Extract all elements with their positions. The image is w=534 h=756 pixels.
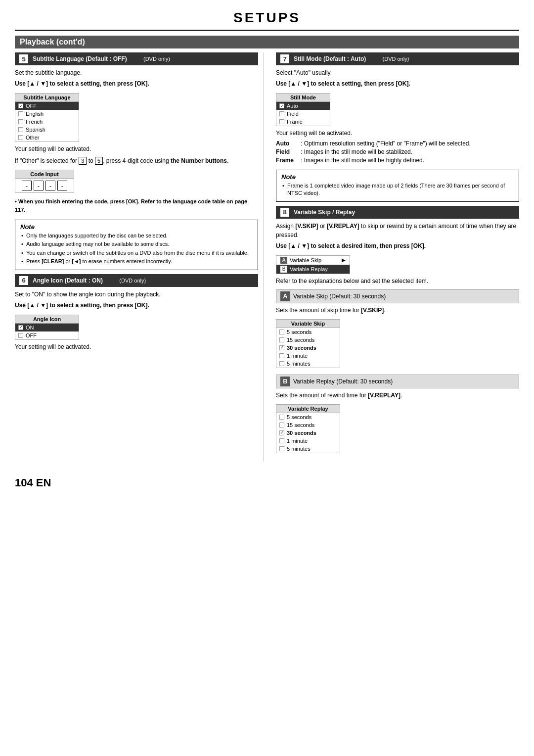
note5-item3: You can change or switch off the subtitl… [20,249,253,257]
skip-5m-item[interactable]: 5 minutes [276,360,340,368]
skip-5s-check [279,330,284,334]
still-mode-menu: Still Mode Auto Field Frame [276,93,330,126]
step8-instruction: Use [▲ / ▼] to select a desired item, th… [276,241,519,250]
note7-title: Note [281,173,514,181]
step6-title: Angle Icon (Default : ON) (DVD only) [33,277,146,284]
variable-replay-title: Variable Replay [276,405,340,413]
page-title: SETUPS [15,10,519,31]
dash1[interactable]: - [22,181,32,190]
step5-activated: Your setting will be activated. [15,144,258,153]
angle-off-item[interactable]: OFF [15,331,79,339]
replay-5m-item[interactable]: 5 minutes [276,445,340,453]
section-b-label: B [280,377,290,386]
angle-icon-menu: Angle Icon ON OFF [15,315,79,340]
variable-skip-menu: Variable Skip 5 seconds 15 seconds 30 se… [276,319,340,368]
subtitle-language-title: Subtitle Language [15,94,79,102]
section-a-desc: Sets the amount of skip time for [V.SKIP… [276,306,519,315]
subtitle-french-check [18,119,23,124]
replay-15s-check [279,423,284,427]
step5-warning: • When you finish entering the code, pre… [15,197,258,214]
step6-intro: Set to "ON" to show the angle icon durin… [15,290,258,299]
angle-on-check [18,325,23,330]
skip-15s-check [279,337,284,342]
angle-icon-title: Angle Icon [15,315,79,324]
step6-block: 6 Angle Icon (Default : ON) (DVD only) S… [15,274,258,351]
note5-box: Note Only the languages supported by the… [15,220,258,270]
skip-1m-item[interactable]: 1 minute [276,352,340,360]
note7-item1: Frame is 1 completed video image made up… [281,182,514,197]
replay-30s-item[interactable]: 30 seconds [276,429,340,437]
still-auto-item[interactable]: Auto [276,102,330,110]
replay-1m-check [279,438,284,443]
subtitle-language-menu: Subtitle Language OFF English French Spa… [15,93,79,142]
skip-arrow: ▶ [342,257,346,263]
step7-instruction: Use [▲ / ▼] to select a setting, then pr… [276,79,519,88]
step7-title: Still Mode (Default : Auto) (DVD only) [294,55,409,62]
replay-5m-check [279,446,284,451]
section-b-block: B Variable Replay (Default: 30 seconds) … [276,375,519,456]
skip-15s-item[interactable]: 15 seconds [276,336,340,344]
skip-alpha: A [280,257,287,264]
subtitle-spanish-check [18,127,23,132]
subtitle-french-item[interactable]: French [15,118,79,126]
step7-num: 7 [280,54,290,64]
step8-num: 8 [280,207,290,217]
code-input-label: Code Input [15,170,74,179]
step6-instruction: Use [▲ / ▼] to select a setting, then pr… [15,301,258,310]
section-b-title: Variable Replay (Default: 30 seconds) [293,378,393,385]
section-header: Playback (cont'd) [15,36,519,48]
step8-block: 8 Variable Skip / Replay Assign [V.SKIP]… [276,206,519,456]
step6-num: 6 [19,276,29,285]
skip-30s-item[interactable]: 30 seconds [276,344,340,352]
note5-item1: Only the languages supported by the disc… [20,232,253,239]
subtitle-other-item[interactable]: Other [15,134,79,142]
note5-title: Note [20,223,253,231]
still-frame-item[interactable]: Frame [276,118,330,126]
still-field-check [279,111,284,116]
code-input-box: Code Input - - - - [15,170,74,193]
replay-row[interactable]: B Variable Replay [276,265,350,274]
skip-1m-check [279,353,284,358]
dash2[interactable]: - [34,181,44,190]
note7-list: Frame is 1 completed video image made up… [281,182,514,197]
step7-block: 7 Still Mode (Default : Auto) (DVD only)… [276,52,519,164]
def-field: Field : Images in the still mode will be… [276,148,519,155]
skip-replay-selector: A Variable Skip ▶ B Variable Replay [276,255,350,274]
step7-activated: Your setting will be activated. [276,129,519,138]
step5-intro: Set the subtitle language. [15,68,258,77]
section-a-label: A [280,291,290,301]
angle-on-item[interactable]: ON [15,324,79,331]
def-frame: Frame : Images in the still mode will be… [276,157,519,164]
code-dashes: - - - - [15,179,74,192]
step7-header: 7 Still Mode (Default : Auto) (DVD only) [276,52,519,65]
variable-skip-title: Variable Skip [276,320,340,328]
section-b-desc: Sets the amount of rewind time for [V.RE… [276,391,519,400]
note5-item4: Press [CLEAR] or [◄] to erase numbers en… [20,258,253,265]
subtitle-spanish-item[interactable]: Spanish [15,126,79,134]
replay-5s-item[interactable]: 5 seconds [276,413,340,421]
skip-5m-check [279,361,284,366]
step6-activated: Your setting will be activated. [15,342,258,351]
replay-15s-item[interactable]: 15 seconds [276,421,340,429]
section-a-block: A Variable Skip (Default: 30 seconds) Se… [276,289,519,371]
still-field-item[interactable]: Field [276,110,330,118]
step5-other-note: If "Other" is selected for 3 to 5, press… [15,156,258,165]
subtitle-off-item[interactable]: OFF [15,102,79,110]
subtitle-english-item[interactable]: English [15,110,79,118]
note5-item2: Audio language setting may not be availa… [20,240,253,248]
step8-header: 8 Variable Skip / Replay [276,206,519,219]
section-a-title: Variable Skip (Default: 30 seconds) [293,293,386,300]
page-number: 104 EN [15,476,519,489]
note5-list: Only the languages supported by the disc… [20,232,253,266]
subtitle-off-check [18,103,23,108]
step5-title: Subtitle Language (Default : OFF) (DVD o… [33,55,170,62]
dash3[interactable]: - [45,181,55,190]
replay-5s-check [279,415,284,420]
dash4[interactable]: - [57,181,67,190]
step5-instruction: Use [▲ / ▼] to select a setting, then pr… [15,79,258,88]
skip-row[interactable]: A Variable Skip ▶ [276,256,350,265]
def-auto: Auto : Optimum resolution setting ("Fiel… [276,140,519,147]
skip-5s-item[interactable]: 5 seconds [276,328,340,336]
replay-1m-item[interactable]: 1 minute [276,437,340,445]
step7-intro: Select "Auto" usually. [276,68,519,77]
